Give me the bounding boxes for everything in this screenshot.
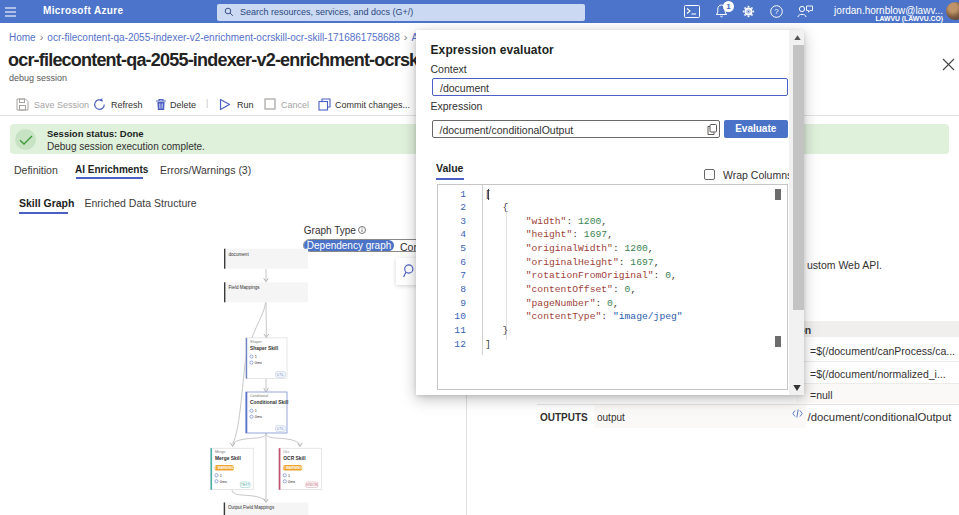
svg-text:0ms: 0ms (220, 480, 227, 484)
svg-text:TEXT: TEXT (241, 483, 250, 487)
svg-text:Field Mappings: Field Mappings (229, 285, 261, 290)
svg-text:Output Field Mappings: Output Field Mappings (228, 505, 275, 510)
svg-text:1: 1 (220, 474, 222, 478)
svg-text:?: ? (774, 7, 779, 16)
svg-text:0ms: 0ms (255, 415, 262, 419)
svg-text:Merge: Merge (215, 450, 225, 454)
svg-text:1 WARNING: 1 WARNING (283, 466, 303, 470)
svg-text:Conditional: Conditional (250, 394, 268, 398)
svg-text:Shaper: Shaper (250, 340, 262, 344)
svg-text:UTIL: UTIL (277, 427, 284, 431)
svg-text:Ocr: Ocr (283, 450, 290, 454)
svg-text:0ms: 0ms (288, 480, 295, 484)
svg-text:0ms: 0ms (255, 361, 262, 365)
svg-text:Shaper Skill: Shaper Skill (250, 346, 279, 351)
svg-text:VISION: VISION (306, 483, 318, 487)
svg-text:Conditional Skill: Conditional Skill (250, 400, 289, 405)
svg-text:document: document (229, 252, 250, 257)
svg-text:Merge Skill: Merge Skill (215, 456, 241, 461)
svg-text:1: 1 (255, 355, 257, 359)
svg-text:UTIL: UTIL (277, 373, 284, 377)
svg-text:OCR Skill: OCR Skill (283, 456, 306, 461)
svg-text:1: 1 (288, 474, 290, 478)
svg-text:1: 1 (255, 409, 257, 413)
svg-text:1 WARNING: 1 WARNING (215, 466, 235, 470)
